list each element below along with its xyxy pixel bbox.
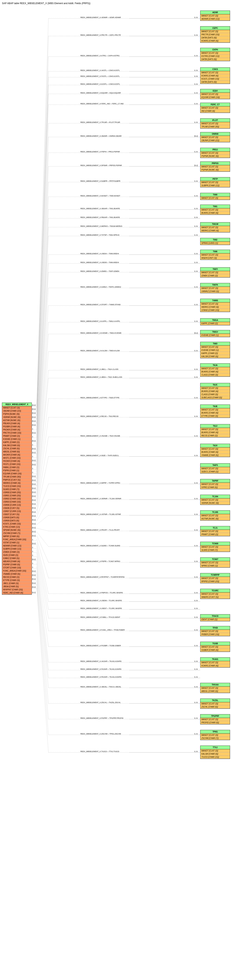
svg-line-53 bbox=[37, 236, 48, 465]
target-field-row: AENNR [CHAR (12)] bbox=[200, 18, 230, 21]
relationship-label: REEX_WBSELEMENT_X.TPLNR = IFLOT.TPLNR bbox=[80, 121, 120, 123]
cardinality-right: 0..N bbox=[194, 216, 198, 218]
svg-line-146 bbox=[37, 574, 48, 688]
relationship-label: REEX_WBSELEMENT_X.SPSNR = PRPSS.PSPNR bbox=[80, 164, 122, 166]
target-entity-box: T006MANDT [CLNT (3)]MSEHI [UNIT (3)] bbox=[200, 250, 230, 260]
target-entity-box: TKKAAMANDT [CLNT (3)]ABGSL [CHAR (6)] bbox=[200, 683, 230, 693]
target-entity-header: TGSB bbox=[200, 642, 230, 646]
target-field-row: CLASS [CHAR (3)] bbox=[200, 373, 230, 377]
relationship-label: REEX_WBSELEMENT_X.IMPRF = TAPRF.IVPRO bbox=[80, 482, 120, 484]
relationship-label: REEX_WBSELEMENT_X.ETYPE = T8JE.ETYPE bbox=[80, 397, 120, 399]
target-entity-header: AENR bbox=[200, 11, 230, 14]
target-entity-header: IFLOT bbox=[200, 119, 230, 122]
target-field-row: VERNR [NUMC (8)] bbox=[200, 501, 230, 505]
relationship-label: REEX_WBSELEMENT_X.KOSTL = CSKS.KOSTL bbox=[80, 83, 120, 85]
target-entity-header: PROJ bbox=[200, 148, 230, 151]
main-field-row: PRCTR [CHAR (10)] bbox=[2, 431, 32, 434]
target-entity-header: T683 bbox=[200, 342, 230, 345]
cardinality-left: [0,1] bbox=[32, 499, 36, 501]
relationship-label: REEX_WBSELEMENT_X.IZWEK = T087I.IZWEK bbox=[80, 270, 120, 272]
main-field-row: USE07 [CUKY (5)] bbox=[2, 513, 32, 516]
target-entity-header: TCJ1 bbox=[200, 526, 230, 530]
main-field-row: ABUKR [CHAR (4)] bbox=[2, 560, 32, 563]
main-field-row: IMPRF [CHAR (6)] bbox=[2, 535, 32, 538]
main-field-row: PRART [CHAR (2)] bbox=[2, 434, 32, 438]
target-entity-header: EQUI bbox=[200, 89, 230, 93]
relationship-label: REEX_WBSELEMENT_X.ZSCHM = TPI01.ZSCHM bbox=[80, 733, 121, 735]
relationship-label: REEX_WBSELEMENT_X.USE05 = T006.MSEHI bbox=[80, 261, 119, 263]
target-entity-header: TFKB bbox=[200, 626, 230, 630]
target-field-row: BUKRS [CHAR (4)] bbox=[200, 212, 230, 215]
main-field-row: ZSCHM [CHAR (7)] bbox=[2, 532, 32, 535]
relationship-label: REEX_WBSELEMENT_X.PBUKR = T001.BUKRS bbox=[80, 216, 120, 218]
target-field-row: DATBI [DATS (8)] bbox=[200, 81, 230, 84]
target-entity-header: T000 bbox=[200, 193, 230, 197]
svg-line-44 bbox=[37, 210, 48, 455]
main-field-row: ETYPE [CHAR (3)] bbox=[2, 579, 32, 582]
cardinality-right: 0..N bbox=[194, 455, 198, 457]
svg-line-50 bbox=[37, 227, 48, 461]
target-field-row: PSPNR [NUMC (8)] bbox=[200, 154, 230, 158]
main-field-row: KAPPL [CHAR (2)] bbox=[2, 441, 32, 444]
target-entity-box: CEPCMANDT [CLNT (3)]PRCTR [CHAR (10)]DAT… bbox=[200, 26, 230, 43]
target-entity-header: T681A bbox=[200, 318, 230, 322]
target-field-row: MANDT [CLNT (3)] bbox=[200, 718, 230, 721]
relationship-label: REEX_WBSELEMENT_X.USE06 = TCURC.WAERS bbox=[80, 600, 122, 601]
target-field-row: BUKRS [CHAR (4)] bbox=[200, 411, 230, 415]
target-entity-box: PROJMANDT [CLNT (3)]PSPNR [NUMC (8)] bbox=[200, 148, 230, 158]
target-entity-box: TFKBMANDT [CLNT (3)]FKBER [CHAR (16)] bbox=[200, 626, 230, 636]
svg-line-11 bbox=[37, 72, 48, 416]
target-field-row: MANDT [CLNT (3)] bbox=[200, 107, 230, 110]
target-field-row: ZSCHM [CHAR (7)] bbox=[200, 737, 230, 740]
main-field-row: PSPHI [NUMC (8)] bbox=[2, 412, 32, 416]
target-field-row: MANDT [CLNT (3)] bbox=[200, 408, 230, 411]
target-entity-box: T001WMANDT [CLNT (3)]WERKS [CHAR (4)] bbox=[200, 222, 230, 232]
target-entity-header: T499S bbox=[200, 299, 230, 302]
relationship-label: REEX_WBSELEMENT_X.PSPRI = TCN07.NPRIO bbox=[80, 560, 120, 562]
target-entity-box: T002SPRAS [LANG (1)] bbox=[200, 238, 230, 245]
relationship-label: REEX_WBSELEMENT_X.PGPRF = TPGPRF.PROFID bbox=[80, 717, 123, 719]
main-field-row: FKSTL [CHAR (10)] bbox=[2, 463, 32, 466]
target-entity-box: TCN07MANDT [CLNT (3)]NPRIO [CHAR (1)] bbox=[200, 557, 230, 568]
target-field-row: KOKRS [CHAR (4)] bbox=[200, 664, 230, 667]
cardinality-right: 0..N bbox=[194, 415, 198, 417]
relationship-label: REEX_WBSELEMENT_X.SLWID = TCN00.SLWID bbox=[80, 545, 120, 547]
target-field-row: MANDT [CLNT (3)] bbox=[200, 226, 230, 229]
relationship-label: REEX_WBSELEMENT_X.MANDT = T000.MANDT bbox=[80, 195, 120, 197]
target-entity-header: T001 bbox=[200, 205, 230, 208]
main-field-row: USR01 [CHAR (20)] bbox=[2, 494, 32, 497]
main-field-row: PKOKR [CHAR (4)] bbox=[2, 428, 32, 431]
target-field-row: MANDT [CLNT (3)] bbox=[200, 93, 230, 96]
cardinality-right: 0..N bbox=[194, 660, 198, 662]
main-field-row: IZWEK [CHAR (2)] bbox=[2, 550, 32, 554]
cardinality-right: 0..N bbox=[194, 629, 198, 631]
target-field-row: MANDT [CLNT (3)] bbox=[200, 428, 230, 431]
cardinality-left: [0,1] bbox=[32, 440, 36, 442]
target-entity-header: TFACD bbox=[200, 614, 230, 618]
diagram-container: REEX_WBSELEMENT_X MANDT [CLNT (3)]OBJNR … bbox=[2, 7, 230, 766]
cardinality-left: [0,1] bbox=[32, 523, 36, 525]
cardinality-right: 0..N bbox=[194, 702, 198, 703]
main-field-row: USR02 [CHAR (10)] bbox=[2, 497, 32, 500]
target-field-row: MANDT [CLNT (3)] bbox=[200, 561, 230, 564]
cardinality-right: 0..N bbox=[194, 195, 198, 197]
relationship-label: REEX_WBSELEMENT_X.PSPHI = PROJ.PSPNR bbox=[80, 151, 120, 153]
cardinality-right: 0..N bbox=[194, 545, 198, 547]
cardinality-right: 0..N bbox=[194, 261, 198, 263]
svg-line-32 bbox=[37, 153, 48, 441]
svg-line-128 bbox=[37, 553, 48, 618]
relationship-label: REEX_WBSELEMENT_X.PGSBR = TGSB.GSBER bbox=[80, 644, 121, 647]
main-field-row: PSPRI [CHAR (1)] bbox=[2, 469, 32, 472]
target-entity-box: ONR00MANDT [CLNT (3)]OBJNR [CHAR (22)] bbox=[200, 132, 230, 142]
target-field-row: MANDT [CLNT (3)] bbox=[200, 151, 230, 154]
cardinality-right: 0..N bbox=[194, 304, 198, 305]
svg-line-29 bbox=[37, 137, 48, 437]
cardinality-right: 0..N bbox=[194, 560, 198, 562]
main-field-row: PWPOS [CUKY (5)] bbox=[2, 479, 32, 482]
target-entity-box: CKPHMANDT [CLNT (3)]KSTRG [CHAR (12)]DAT… bbox=[200, 48, 230, 61]
target-field-row: MANDT [CLNT (3)] bbox=[200, 71, 230, 74]
main-field-row: USR06 [CURR (13)] bbox=[2, 504, 32, 507]
cardinality-left: [0,1] bbox=[32, 404, 36, 406]
target-entity-box: T087KMANDT [CLNT (3)]UMWKZ [CHAR (5)] bbox=[200, 283, 230, 293]
target-entity-box: TGSBMANDT [CLNT (3)]GSBER [CHAR (4)] bbox=[200, 642, 230, 652]
